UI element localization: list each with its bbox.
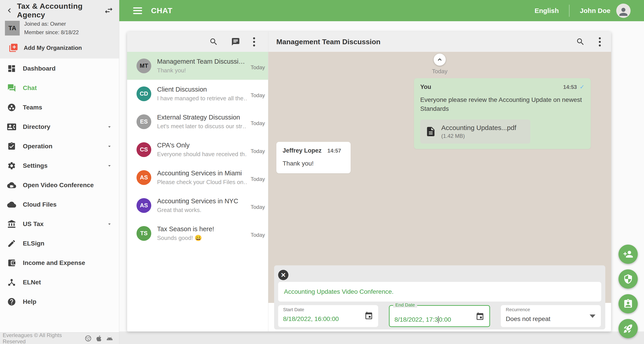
chat-time: Today bbox=[250, 92, 265, 99]
chat-preview: Everyone should have received th… bbox=[157, 151, 246, 158]
user-menu[interactable]: John Doe bbox=[580, 7, 610, 14]
sidebar-item-dashboard[interactable]: Dashboard bbox=[0, 59, 119, 78]
conference-title-field[interactable]: Accounting Updates Video Conference. bbox=[278, 282, 601, 302]
chat-list-item[interactable]: MTManagement Team Discussi…Thank you!Tod… bbox=[127, 52, 268, 80]
sidebar-item-cloud-files[interactable]: Cloud Files bbox=[0, 195, 119, 214]
language-selector[interactable]: English bbox=[534, 7, 559, 14]
topbar-separator bbox=[569, 5, 570, 17]
apple-icon bbox=[95, 335, 102, 342]
chat-list-item[interactable]: CSCPA's OnlyEveryone should have receive… bbox=[127, 136, 268, 164]
message-sender: Jeffrey Lopez bbox=[282, 147, 322, 154]
conference-title-value: Accounting Updates Video Conference. bbox=[284, 288, 394, 295]
sidebar-item-operation[interactable]: Operation bbox=[0, 137, 119, 156]
chat-time: Today bbox=[250, 64, 265, 71]
chat-list-item[interactable]: ESExternal Strategy DiscussionLet's meet… bbox=[127, 108, 268, 136]
more-options-icon[interactable] bbox=[253, 37, 255, 46]
chrome-icon bbox=[84, 335, 92, 342]
start-date-label: Start Date bbox=[283, 307, 304, 312]
teams-icon bbox=[7, 103, 16, 112]
settings-icon bbox=[7, 161, 16, 170]
user-avatar[interactable] bbox=[616, 3, 630, 18]
contact-badge-button[interactable] bbox=[618, 294, 638, 313]
menu-icon[interactable] bbox=[133, 7, 142, 14]
chevron-down-icon[interactable] bbox=[106, 221, 112, 227]
video-cloud-icon bbox=[7, 181, 16, 190]
chat-list-item[interactable]: CDClient DiscussionI have managed to ret… bbox=[127, 80, 268, 108]
org-info: TA Joined as: Owner Member since: 8/18/2… bbox=[5, 20, 79, 37]
pencil-icon bbox=[7, 239, 16, 248]
sidebar-item-help[interactable]: Help bbox=[0, 292, 119, 311]
avatar: CD bbox=[136, 86, 151, 101]
chat-icon bbox=[7, 84, 16, 92]
person-add-button[interactable] bbox=[618, 245, 638, 264]
chat-title: Accounting Services in NYC bbox=[157, 197, 246, 205]
chat-preview: I have managed to retrieve all the… bbox=[157, 95, 246, 102]
scroll-up-button[interactable] bbox=[434, 54, 446, 66]
dropdown-arrow-icon[interactable] bbox=[590, 315, 596, 318]
sidebar-item-elsign[interactable]: ELSign bbox=[0, 234, 119, 253]
chat-title: Management Team Discussi… bbox=[157, 58, 246, 65]
chat-preview: Thank you! bbox=[157, 67, 246, 74]
text-caret bbox=[438, 316, 438, 323]
pencil-icon bbox=[7, 239, 16, 248]
video-conference-scheduler: ✕ Accounting Updates Video Conference. S… bbox=[274, 265, 605, 330]
message-sender: You bbox=[420, 84, 431, 90]
sidebar-item-elnet[interactable]: ELNet bbox=[0, 273, 119, 292]
recurrence-field[interactable]: Recurrence Does not repeat bbox=[501, 305, 601, 327]
chat-list-toolbar bbox=[127, 32, 268, 52]
wallet-icon bbox=[7, 258, 16, 267]
chat-time: Today bbox=[250, 120, 265, 126]
sidebar-item-teams[interactable]: Teams bbox=[0, 98, 119, 117]
end-date-value: 8/18/2022, 17:30:00 bbox=[394, 316, 451, 324]
chat-list-item[interactable]: ASAccounting Services in MiamiPlease che… bbox=[127, 164, 268, 191]
org-header: Tax & Accounting Agency TA Joined as: Ow… bbox=[0, 0, 119, 58]
contact-badge-icon bbox=[623, 299, 633, 309]
sidebar-item-label: Open Video Conference bbox=[23, 181, 94, 189]
start-date-field[interactable]: Start Date 8/18/2022, 16:00:00 bbox=[278, 305, 378, 327]
calendar-picker-icon[interactable] bbox=[476, 312, 484, 321]
switch-org-icon[interactable] bbox=[104, 5, 114, 16]
day-divider: Today bbox=[432, 68, 447, 75]
chat-title: CPA's Only bbox=[157, 142, 246, 149]
start-date-value: 8/18/2022, 16:00:00 bbox=[283, 315, 339, 323]
shield-button[interactable] bbox=[618, 269, 638, 289]
page-title: CHAT bbox=[151, 6, 172, 15]
settings-icon bbox=[7, 161, 16, 170]
sidebar-nav: DashboardChatTeamsDirectoryOperationSett… bbox=[0, 59, 119, 311]
sidebar-item-directory[interactable]: Directory bbox=[0, 117, 119, 137]
sidebar-item-chat[interactable]: Chat bbox=[0, 78, 119, 98]
sidebar-item-label: Cloud Files bbox=[23, 201, 56, 208]
search-icon[interactable] bbox=[209, 37, 218, 46]
attachment-chip[interactable]: Accounting Updates...pdf (1.42 MB) bbox=[420, 120, 530, 144]
top-app-bar: CHAT English John Doe bbox=[119, 0, 644, 21]
chevron-down-icon[interactable] bbox=[106, 124, 112, 130]
more-options-icon[interactable] bbox=[599, 37, 601, 46]
back-icon[interactable] bbox=[5, 5, 14, 15]
calendar-picker-icon[interactable] bbox=[364, 311, 373, 320]
sidebar-item-settings[interactable]: Settings bbox=[0, 156, 119, 175]
chat-list-item[interactable]: TSTax Season is here!Sounds good! 😀Today bbox=[127, 219, 268, 247]
rocket-button[interactable] bbox=[618, 319, 638, 338]
chat-list-item[interactable]: ASAccounting Services in NYCGreat that w… bbox=[127, 191, 268, 219]
close-scheduler-button[interactable]: ✕ bbox=[278, 270, 288, 280]
chevron-down-icon[interactable] bbox=[106, 143, 112, 149]
search-icon[interactable] bbox=[576, 37, 585, 46]
sidebar-item-label: ELNet bbox=[23, 279, 41, 286]
teams-icon bbox=[7, 103, 16, 112]
sidebar-item-us-tax[interactable]: US Tax bbox=[0, 214, 119, 234]
chat-list: MTManagement Team Discussi…Thank you!Tod… bbox=[127, 52, 268, 332]
chevron-up-icon bbox=[436, 56, 443, 63]
add-organization-button[interactable]: Add My Organization bbox=[8, 43, 82, 53]
new-chat-icon[interactable] bbox=[231, 37, 240, 46]
chat-time: Today bbox=[250, 204, 265, 210]
floating-actions bbox=[618, 245, 639, 344]
close-icon: ✕ bbox=[280, 271, 286, 279]
platform-icons bbox=[84, 335, 113, 342]
sidebar-item-income-and-expense[interactable]: Income and Expense bbox=[0, 253, 119, 273]
org-name: Tax & Accounting Agency bbox=[17, 2, 104, 19]
end-date-field[interactable]: End Date 8/18/2022, 17:30:00 bbox=[389, 305, 490, 327]
message-bubble-own: You 14:53 ✓ Everyone please review the A… bbox=[414, 78, 591, 149]
chevron-down-icon[interactable] bbox=[106, 163, 112, 169]
sidebar-item-open-video-conference[interactable]: Open Video Conference bbox=[0, 175, 119, 195]
sidebar: Tax & Accounting Agency TA Joined as: Ow… bbox=[0, 0, 119, 344]
